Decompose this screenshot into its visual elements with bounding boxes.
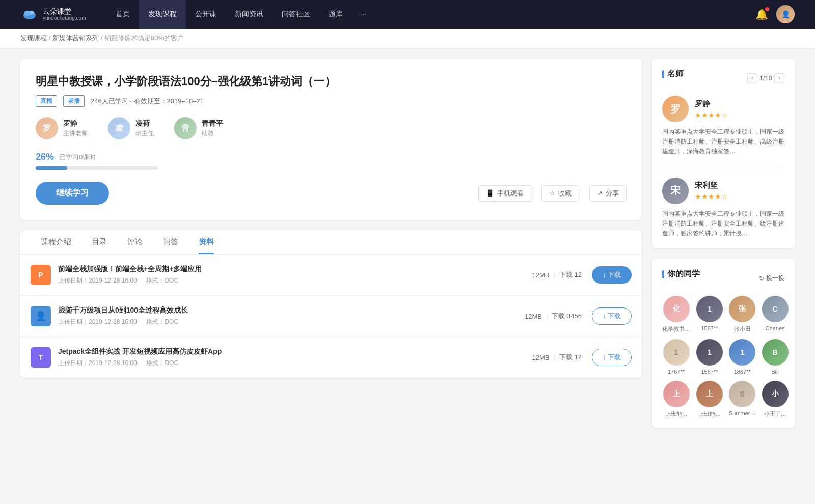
progress-section: 26% 已学习0课时 [36, 152, 627, 170]
instructor-role-2: 助教 [202, 129, 223, 138]
right-panel: 名师 ‹ 1/10 › 罗 罗静 ★★★★☆ [652, 59, 795, 438]
teacher-name-0: 罗静 [695, 99, 728, 109]
file-item-0: P 前端全栈加强版！前端全栈+全周期+多端应用 上传日期：2019-12-28 … [20, 255, 642, 296]
classmate-name-8: 上班能… [665, 410, 688, 418]
file-stats-0: 12MB | 下载 12 [500, 270, 582, 279]
classmate-4: 1 1767** [662, 339, 690, 375]
progress-bar-bg [36, 166, 158, 170]
breadcrumb-link-series[interactable]: 新媒体营销系列 [52, 34, 99, 42]
teacher-header-0: 罗 罗静 ★★★★☆ [662, 96, 784, 122]
badge-live: 直播 [36, 95, 57, 107]
classmate-name-11: 小王丁… [764, 410, 786, 418]
course-meta-text: 246人已学习 · 有效期至：2019–10–21 [91, 97, 204, 106]
breadcrumb-link-discover[interactable]: 发现课程 [20, 34, 47, 42]
classmate-avatar-0: 化 [663, 296, 690, 322]
instructor-info-0: 罗静 主讲老师 [63, 119, 88, 138]
share-icon: ↗ [597, 189, 603, 197]
download-button-1[interactable]: ↓ 下载 [592, 307, 632, 325]
progress-pct: 26% [36, 152, 54, 162]
nav-more[interactable]: ··· [352, 0, 376, 29]
classmate-avatar-9: 上 [696, 381, 723, 407]
classmate-2: 张 张小田 [729, 296, 756, 333]
classmate-name-3: Charles [766, 325, 785, 331]
collect-button[interactable]: ☆ 收藏 [541, 185, 579, 202]
nav-items: 首页 发现课程 公开课 新闻资讯 问答社区 题库 ··· [106, 0, 755, 29]
instructor-role-1: 班主任 [135, 129, 154, 138]
tab-catalog[interactable]: 目录 [82, 230, 117, 254]
nav-home[interactable]: 首页 [106, 0, 139, 29]
page-indicator: 1/10 [759, 74, 772, 82]
refresh-button[interactable]: ↻ 换一换 [759, 274, 784, 283]
classmate-10: S Summer… [729, 381, 756, 418]
nav-quiz[interactable]: 题库 [319, 0, 352, 29]
classmate-name-9: 上班能… [698, 410, 721, 418]
classmate-avatar-5: 1 [696, 339, 723, 366]
share-button[interactable]: ↗ 分享 [589, 185, 627, 202]
instructor-role-0: 主讲老师 [63, 129, 88, 138]
nav-news[interactable]: 新闻资讯 [226, 0, 273, 29]
classmates-title: 你的同学 [662, 269, 700, 279]
classmate-avatar-11: 小 [762, 381, 789, 407]
classmate-0: 化 化学教书… [662, 296, 690, 333]
nav-discover[interactable]: 发现课程 [139, 0, 186, 29]
file-stats-2: 12MB | 下载 12 [500, 353, 582, 362]
classmate-name-6: 1867** [734, 369, 751, 375]
logo-icon [20, 5, 39, 23]
classmate-avatar-10: S [729, 381, 755, 407]
file-icon-2: T [31, 347, 51, 368]
continue-button[interactable]: 继续学习 [36, 182, 109, 205]
tabs-content: P 前端全栈加强版！前端全栈+全周期+多端应用 上传日期：2019-12-28 … [20, 255, 642, 378]
file-meta-2: 上传日期：2019-12-28 16:00 格式：DOC [58, 359, 500, 368]
nav-qa[interactable]: 问答社区 [273, 0, 319, 29]
instructor-name-1: 凌荷 [135, 119, 154, 128]
classmate-name-7: Bill [771, 369, 779, 375]
teacher-avatar-1: 宋 [662, 178, 689, 204]
instructor-2: 青 青青平 助教 [174, 117, 223, 139]
instructor-info-1: 凌荷 班主任 [135, 119, 154, 138]
tab-review[interactable]: 评论 [117, 230, 153, 254]
tab-qa[interactable]: 问答 [153, 230, 188, 254]
left-panel: 明星中教授课，小学阶段语法100分–强化级第1讲动词（一） 直播 录播 246人… [20, 59, 642, 438]
breadcrumb: 发现课程 / 新媒体营销系列 / 销冠修炼术搞定80%的客户 [0, 29, 815, 48]
navbar: 云朵课堂 yundouketang.com 首页 发现课程 公开课 新闻资讯 问… [0, 0, 815, 29]
file-name-2: Jetpack全组件实战 开发短视频应用高仿皮皮虾App [58, 347, 500, 356]
classmate-8: 上 上班能… [662, 381, 690, 418]
teachers-card-header: 名师 ‹ 1/10 › [662, 69, 784, 88]
download-button-2[interactable]: ↓ 下载 [592, 349, 632, 366]
mobile-icon: 📱 [486, 189, 494, 197]
file-info-2: Jetpack全组件实战 开发短视频应用高仿皮皮虾App 上传日期：2019-1… [58, 347, 500, 368]
teachers-title: 名师 [662, 69, 684, 79]
teacher-item-1: 宋 宋利坚 ★★★★☆ 国内某重点大学安全工程专业硕士，国家一级注册消防工程师、… [662, 178, 784, 239]
badge-record: 录播 [63, 95, 85, 107]
nav-open[interactable]: 公开课 [186, 0, 226, 29]
tab-intro[interactable]: 课程介绍 [31, 230, 82, 254]
classmates-grid: 化 化学教书… 1 1567** 张 张小田 [662, 296, 784, 418]
classmate-name-0: 化学教书… [662, 325, 690, 333]
file-meta-0: 上传日期：2019-12-28 16:00 格式：DOC [58, 276, 500, 285]
instructor-0: 罗 罗静 主讲老师 [36, 117, 88, 139]
instructors: 罗 罗静 主讲老师 凌 凌荷 班主任 [36, 117, 627, 139]
user-avatar[interactable]: 👤 [776, 5, 795, 23]
classmate-name-1: 1567** [701, 325, 718, 331]
next-page-button[interactable]: › [774, 73, 784, 83]
file-info-0: 前端全栈加强版！前端全栈+全周期+多端应用 上传日期：2019-12-28 16… [58, 265, 500, 285]
instructor-avatar-1: 凌 [108, 117, 130, 139]
classmate-1: 1 1567** [696, 296, 723, 333]
teacher-header-1: 宋 宋利坚 ★★★★☆ [662, 178, 784, 204]
progress-bar-fill [36, 166, 67, 170]
logo[interactable]: 云朵课堂 yundouketang.com [20, 5, 86, 23]
mobile-watch-button[interactable]: 📱 手机观看 [478, 185, 531, 202]
download-button-0[interactable]: ↓ 下载 [592, 266, 632, 284]
classmate-avatar-1: 1 [696, 296, 723, 322]
instructor-name-0: 罗静 [63, 119, 88, 128]
course-header-card: 明星中教授课，小学阶段语法100分–强化级第1讲动词（一） 直播 录播 246人… [20, 59, 642, 220]
breadcrumb-current: 销冠修炼术搞定80%的客户 [104, 34, 184, 42]
prev-page-button[interactable]: ‹ [747, 73, 757, 83]
classmate-name-4: 1767** [668, 369, 685, 375]
file-item-1: 👤 跟随千万级项目从0到100全过程高效成长 上传日期：2019-12-28 1… [20, 296, 642, 337]
instructor-name-2: 青青平 [202, 119, 223, 128]
teacher-info-0: 罗静 ★★★★☆ [695, 99, 728, 119]
bell-icon[interactable]: 🔔 [755, 8, 768, 20]
file-item-2: T Jetpack全组件实战 开发短视频应用高仿皮皮虾App 上传日期：2019… [20, 337, 642, 378]
tab-materials[interactable]: 资料 [188, 230, 224, 254]
